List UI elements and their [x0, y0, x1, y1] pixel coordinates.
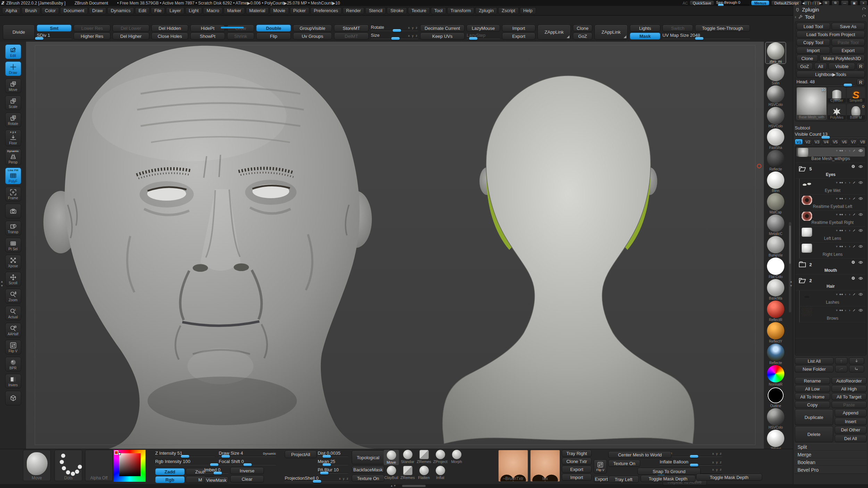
slider-lazystep[interactable]: LazyStep: [467, 33, 500, 40]
menu-zplugin[interactable]: Zplugin: [475, 7, 497, 14]
collapse-icon[interactable]: ▾: [836, 293, 838, 296]
shelf-zoom[interactable]: Zoom: [5, 289, 21, 303]
button-lazymouse[interactable]: LazyMouse: [467, 25, 500, 32]
button-insert[interactable]: Insert: [835, 418, 867, 426]
slider-projectionshell-0[interactable]: ProjectionShell 0x y z: [285, 476, 349, 484]
menu-preferences[interactable]: Preferences: [310, 7, 342, 14]
button-tray-left[interactable]: Tray Left: [608, 476, 639, 483]
button-all-to-home[interactable]: All To Home: [795, 393, 830, 400]
slider-track[interactable]: [467, 38, 500, 39]
section-split[interactable]: Split: [795, 443, 867, 451]
slider-size[interactable]: Sizex y z: [371, 33, 418, 40]
menu-draw[interactable]: Draw: [89, 7, 106, 14]
button-lower-res[interactable]: Lower Res: [74, 25, 110, 32]
slider-track[interactable]: [318, 464, 348, 465]
slider-rotate[interactable]: Rotatex y z: [371, 25, 418, 32]
button-import[interactable]: Import: [796, 47, 830, 54]
tool-thumb-simpleb[interactable]: SSimpleB: [847, 87, 865, 103]
difference-icon[interactable]: ◐: [845, 245, 846, 248]
button-goz[interactable]: GoZ: [573, 33, 592, 40]
button-import[interactable]: Import: [502, 25, 535, 32]
union-icon[interactable]: ●●: [839, 309, 843, 312]
button-rename[interactable]: Rename: [795, 377, 830, 384]
material-flat-colo[interactable]: Flat Colo: [766, 258, 786, 279]
reload-icon[interactable]: [862, 7, 867, 12]
material-blinn[interactable]: Blinn: [766, 171, 786, 193]
subtool-eye-wet[interactable]: ▾●●◐◑Eye Wet: [799, 179, 866, 195]
button-r[interactable]: R: [857, 79, 865, 86]
scroll-arrows-icon[interactable]: ▲▼: [390, 484, 397, 487]
union-icon[interactable]: ●●: [839, 245, 843, 248]
color-picker[interactable]: [114, 450, 145, 482]
current-stroke-thumb[interactable]: Dots: [55, 450, 82, 481]
brush-texture-thumb[interactable]: ~BrushTxtr: [498, 450, 528, 482]
slider-dist-0-0035[interactable]: Dist 0.0035: [318, 451, 348, 459]
button-del-higher[interactable]: Del Higher: [112, 33, 149, 40]
slider-handle[interactable]: [35, 37, 43, 40]
subtool-left-lens[interactable]: ▾●●◐◑Left Lens: [799, 227, 866, 243]
saturation-square[interactable]: [119, 453, 141, 476]
material-hsvcolo[interactable]: HSVColo: [766, 107, 786, 128]
tab-v2[interactable]: V2: [804, 139, 812, 145]
difference-icon[interactable]: ◐: [845, 197, 846, 200]
menu-texture[interactable]: Texture: [408, 7, 430, 14]
difference-icon[interactable]: ◐: [845, 149, 846, 152]
button-groupvisible[interactable]: GroupVisible: [293, 25, 332, 32]
menu-brush[interactable]: Brush: [22, 7, 40, 14]
material-normalr[interactable]: NormalR: [766, 365, 786, 386]
slider-handle[interactable]: [844, 84, 852, 86]
button-all-low[interactable]: All Low: [795, 385, 830, 392]
button-branch[interactable]: [849, 365, 864, 372]
shelf-draw[interactable]: Draw: [5, 61, 21, 76]
brush-inflat[interactable]: Inflat: [433, 466, 448, 480]
button-toggle-mask-depth[interactable]: Toggle Mask Depth: [696, 474, 762, 481]
brush-claybuil[interactable]: ClayBuil: [384, 466, 399, 480]
button-inverse[interactable]: Inverse: [230, 467, 264, 474]
menu-document[interactable]: Document: [60, 7, 87, 14]
see-through-slider[interactable]: See-through 0: [716, 1, 749, 6]
sculpt-canvas[interactable]: [26, 42, 764, 449]
button-del-lower[interactable]: Del Lower: [112, 25, 149, 32]
tab-v4[interactable]: V4: [822, 139, 830, 145]
slider-handle[interactable]: [243, 463, 252, 466]
slider-track[interactable]: [219, 456, 276, 457]
subtool-eyes[interactable]: 5Eyes: [796, 163, 866, 179]
button-export[interactable]: Export: [594, 476, 609, 482]
button-import[interactable]: Import: [562, 474, 592, 481]
menu-transform[interactable]: Transform: [447, 7, 475, 14]
shelf-invers[interactable]: Invers: [5, 374, 21, 388]
button-all-high[interactable]: All High: [832, 385, 867, 392]
button-del-hidden[interactable]: Del Hidden: [151, 25, 188, 32]
shelf-persp[interactable]: DynamicPersp: [5, 149, 21, 165]
button-zapplink[interactable]: ZAppLink: [594, 25, 628, 40]
tool-thumb-polymes[interactable]: PolyMes: [828, 104, 846, 120]
button-delete[interactable]: Delete: [795, 426, 833, 442]
button-toggle-mask-depth[interactable]: Toggle Mask Depth: [641, 475, 695, 482]
menu-alpha[interactable]: Alpha: [2, 7, 20, 14]
button-copy[interactable]: Copy: [795, 401, 830, 408]
tab-v5[interactable]: V5: [831, 139, 839, 145]
tool-thumb-cylinder[interactable]: Cylinder: [828, 87, 846, 103]
slider-handle[interactable]: [210, 463, 218, 466]
material-zbro-mi[interactable]: zbro_mi: [766, 42, 786, 64]
subtool-mouth[interactable]: 2Mouth: [796, 259, 866, 275]
shelf-aahalf[interactable]: AAHalf: [5, 323, 21, 337]
intersect-icon[interactable]: ◑: [849, 293, 850, 296]
menu-light[interactable]: Light: [185, 7, 202, 14]
brush-move[interactable]: Move: [384, 450, 399, 465]
tab-v3[interactable]: V3: [813, 139, 821, 145]
slider-z-intensity-51[interactable]: Z Intensity 51: [155, 451, 215, 459]
union-icon[interactable]: ●●: [839, 293, 843, 296]
shelf-flip-v[interactable]: Flip V: [5, 340, 21, 354]
subtool-header[interactable]: Subtool: [795, 124, 867, 132]
brush-zremes[interactable]: ZRemes: [416, 450, 432, 465]
slider-uv-map-size-2048[interactable]: UV Map Size 2048: [662, 33, 750, 40]
material-outline[interactable]: Outline: [766, 387, 786, 408]
material-metalicc[interactable]: MetalicC: [766, 214, 786, 236]
collapse-icon[interactable]: ▾: [836, 245, 838, 248]
button-all-to-target[interactable]: All To Target: [832, 393, 867, 400]
button-lightbox-tools[interactable]: Lightbox▶Tools: [796, 71, 865, 78]
menu-stroke[interactable]: Stroke: [387, 7, 407, 14]
collapse-icon[interactable]: ▾: [836, 213, 838, 216]
button-del-other[interactable]: Del Other: [835, 426, 867, 434]
